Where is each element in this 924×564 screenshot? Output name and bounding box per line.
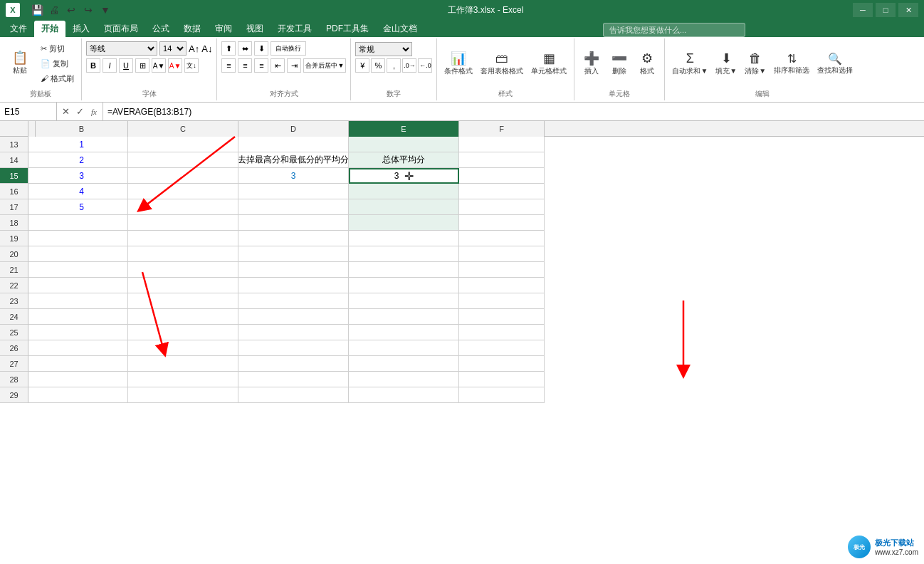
cell-e27[interactable] xyxy=(349,356,459,372)
col-header-f[interactable]: F xyxy=(459,121,545,137)
cell-b28[interactable] xyxy=(36,372,128,387)
increase-font-btn[interactable]: A↑ xyxy=(189,43,199,54)
tab-home[interactable]: 开始 xyxy=(34,21,65,37)
cell-f22[interactable] xyxy=(459,278,545,293)
row-num-24[interactable]: 24 xyxy=(0,309,28,325)
underline-btn[interactable]: U xyxy=(119,58,133,73)
decrease-font-btn[interactable]: A↓ xyxy=(201,43,212,54)
cell-b27[interactable] xyxy=(36,356,128,372)
cell-c17[interactable] xyxy=(128,199,238,215)
cell-f13[interactable] xyxy=(459,137,545,152)
cell-d27[interactable] xyxy=(238,356,349,372)
conditional-format-btn[interactable]: 📊 条件格式 xyxy=(441,49,476,78)
cell-b20[interactable] xyxy=(36,246,128,262)
cell-f15[interactable] xyxy=(459,168,545,184)
merge-center-btn[interactable]: 合并后居中▼ xyxy=(303,58,346,73)
cell-f29[interactable] xyxy=(459,387,545,403)
cell-e19[interactable] xyxy=(349,231,459,246)
row-num-16[interactable]: 16 xyxy=(0,184,28,199)
cell-b26[interactable] xyxy=(36,340,128,356)
cell-d14[interactable]: 去掉最高分和最低分的平均分 xyxy=(238,152,349,168)
cell-b17[interactable]: 5 xyxy=(36,199,128,215)
cell-d21[interactable] xyxy=(238,262,349,278)
bold-btn[interactable]: B xyxy=(86,58,100,73)
align-top-btn[interactable]: ⬆ xyxy=(221,41,236,56)
font-color-btn[interactable]: A▼ xyxy=(168,58,182,73)
col-header-c[interactable]: C xyxy=(128,121,238,137)
cell-e13[interactable] xyxy=(349,137,459,152)
tab-developer[interactable]: 开发工具 xyxy=(271,21,319,37)
font-size-select[interactable]: 14 xyxy=(159,41,187,56)
cell-f26[interactable] xyxy=(459,340,545,356)
row-num-23[interactable]: 23 xyxy=(0,293,28,309)
ribbon-search-input[interactable] xyxy=(603,23,745,37)
print-quick-btn[interactable]: 🖨 xyxy=(47,3,61,17)
cell-c26[interactable] xyxy=(128,340,238,356)
cell-c18[interactable] xyxy=(128,215,238,231)
row-num-20[interactable]: 20 xyxy=(0,246,28,262)
cell-d29[interactable] xyxy=(238,387,349,403)
cell-b25[interactable] xyxy=(36,325,128,340)
cell-b23[interactable] xyxy=(36,293,128,309)
cell-b21[interactable] xyxy=(36,262,128,278)
cell-f28[interactable] xyxy=(459,372,545,387)
col-header-b[interactable]: B xyxy=(36,121,128,137)
maximize-btn[interactable]: □ xyxy=(876,3,896,17)
cell-c25[interactable] xyxy=(128,325,238,340)
cell-d26[interactable] xyxy=(238,340,349,356)
cell-b14[interactable]: 2 xyxy=(36,152,128,168)
currency-btn[interactable]: ¥ xyxy=(355,58,369,73)
align-right-btn[interactable]: ≡ xyxy=(254,58,268,73)
cell-e23[interactable] xyxy=(349,293,459,309)
format-painter-btn[interactable]: 🖌 格式刷 xyxy=(38,72,77,85)
close-btn[interactable]: ✕ xyxy=(898,3,918,17)
cell-e20[interactable] xyxy=(349,246,459,262)
cancel-formula-btn[interactable]: ✕ xyxy=(60,106,71,117)
row-num-13[interactable]: 13 xyxy=(0,137,28,152)
tab-layout[interactable]: 页面布局 xyxy=(97,21,145,37)
cell-b13[interactable]: 1 xyxy=(36,137,128,152)
autosum-btn[interactable]: Σ 自动求和▼ xyxy=(669,50,710,78)
wrap-text-btn[interactable]: 自动换行 xyxy=(271,41,306,56)
row-num-27[interactable]: 27 xyxy=(0,356,28,372)
cell-f25[interactable] xyxy=(459,325,545,340)
cell-style-btn[interactable]: ▦ 单元格样式 xyxy=(528,49,569,78)
sort-filter-btn[interactable]: ⇅ 排序和筛选 xyxy=(771,51,812,77)
cell-e24[interactable] xyxy=(349,309,459,325)
comma-btn[interactable]: , xyxy=(387,58,401,73)
cell-f19[interactable] xyxy=(459,231,545,246)
cell-e17[interactable] xyxy=(349,199,459,215)
tab-pdf[interactable]: PDF工具集 xyxy=(319,21,376,37)
row-num-14[interactable]: 14 xyxy=(0,152,28,168)
paste-btn[interactable]: 📋 粘贴 xyxy=(4,50,36,77)
copy-btn[interactable]: 📄 复制 xyxy=(38,57,77,70)
delete-cell-btn[interactable]: ➖ 删除 xyxy=(607,49,632,78)
percent-btn[interactable]: % xyxy=(371,58,385,73)
cell-c16[interactable] xyxy=(128,184,238,199)
decimal-inc-btn[interactable]: .0→ xyxy=(402,58,416,73)
fill-color-btn[interactable]: A▼ xyxy=(152,58,166,73)
cell-f18[interactable] xyxy=(459,215,545,231)
tab-file[interactable]: 文件 xyxy=(3,21,34,37)
cell-b29[interactable] xyxy=(36,387,128,403)
number-format-select[interactable]: 常规 xyxy=(355,42,412,56)
tab-data[interactable]: 数据 xyxy=(177,21,208,37)
indent-dec-btn[interactable]: ⇤ xyxy=(271,58,285,73)
align-bottom-btn[interactable]: ⬇ xyxy=(254,41,268,56)
cell-b18[interactable] xyxy=(36,215,128,231)
table-format-btn[interactable]: 🗃 套用表格格式 xyxy=(478,50,526,78)
row-num-15[interactable]: 15 xyxy=(0,168,28,184)
cell-e28[interactable] xyxy=(349,372,459,387)
col-header-d[interactable]: D xyxy=(238,121,349,137)
row-num-28[interactable]: 28 xyxy=(0,372,28,387)
confirm-formula-btn[interactable]: ✓ xyxy=(74,106,85,117)
row-num-25[interactable]: 25 xyxy=(0,325,28,340)
cell-b16[interactable]: 4 xyxy=(36,184,128,199)
cell-e25[interactable] xyxy=(349,325,459,340)
find-select-btn[interactable]: 🔍 查找和选择 xyxy=(814,51,856,77)
format-cell-btn[interactable]: ⚙ 格式 xyxy=(634,49,660,78)
cell-e26[interactable] xyxy=(349,340,459,356)
cell-d23[interactable] xyxy=(238,293,349,309)
cell-e21[interactable] xyxy=(349,262,459,278)
row-num-22[interactable]: 22 xyxy=(0,278,28,293)
